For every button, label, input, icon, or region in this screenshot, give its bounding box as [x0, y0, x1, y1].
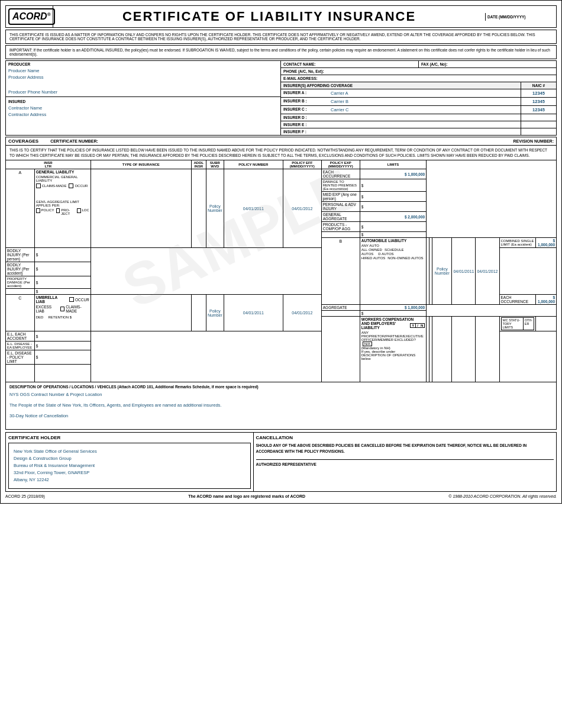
auto-limit-1-label: COMBINED SINGLE LIMIT (Ea accident) [499, 238, 536, 248]
wc-limit-1-value [536, 317, 557, 331]
gl-limit-2-value: $ [360, 179, 426, 192]
insurer-f-naic [521, 128, 556, 135]
any-prop-label: ANY PROPRIETOR/PARTNER/EXECUTIVE [361, 331, 425, 338]
cert-number-label: CERTIFICATE NUMBER: [50, 139, 513, 143]
insurer-coverage-label: INSURER(S) AFFORDING COVERAGE [281, 82, 521, 89]
gl-exp: 04/01/2012 [283, 169, 321, 248]
acord-logo: ACORD® [8, 8, 55, 25]
gl-limit-6-label: PRODUCTS - COMP/OP AGG [321, 222, 360, 232]
footer-right: © 1988-2010 ACORD CORPORATION. All right… [448, 494, 557, 498]
wc-statutory-row: WC STATU-TORY LIMITS OTH-ER [501, 317, 535, 330]
policy-label: POLICY [41, 208, 54, 215]
umbrella-limit-1-value: $ 1,000,000 [536, 295, 557, 305]
claims-occur-row: CLAIMS-MADE OCCUR [36, 183, 89, 188]
any-auto-label: ANY AUTO [361, 244, 425, 247]
wc-placeholder2 [34, 365, 91, 382]
bottom-grid: CERTIFICATE HOLDER New York State Office… [5, 432, 557, 492]
gl-limit-4-label: PERSONAL & ADV INJURY [321, 202, 360, 212]
email-row: E-MAIL ADDRESS: [281, 75, 556, 82]
title-cell: CERTIFICATE OF LIABILITY INSURANCE [53, 7, 485, 27]
umbrella-occur-box [69, 297, 74, 302]
gl-policy-number: Policy Number [206, 169, 224, 248]
coverages-title: COVERAGES [8, 138, 38, 144]
occur-box [69, 183, 73, 188]
coverage-table-wrapper: SAMPLE INSRLTR TYPE OF INSURANCE ADDLINS… [5, 160, 557, 382]
disclaimer2: IMPORTANT: If the certificate holder is … [5, 45, 557, 59]
insurer-row-c: INSURER C : Carrier C 12345 [281, 106, 556, 114]
insurer-row-f: INSURER F : [281, 128, 556, 135]
ops-text-1: NYS OGS Contract Number & Project Locati… [9, 391, 553, 398]
gl-eff: 04/01/2011 [224, 169, 283, 248]
wc-employers-row: AND EMPLOYERS' LIABILITY Y / N [361, 321, 425, 330]
proj-label: PRO-JECT [61, 208, 75, 215]
insurer-d-label: INSURER D : [281, 114, 328, 121]
producer-label: PRODUCER [6, 61, 280, 67]
d-autos-label: D AUTOS [378, 252, 393, 256]
gl-limit-3-value: $ [360, 192, 426, 202]
insured-label: INSURED [6, 98, 280, 105]
insurer-e-name [328, 121, 521, 128]
na-label: N/A [363, 342, 372, 346]
umbrella-row: UMBRELLA LIAB OCCUR [36, 295, 89, 304]
th-addl: ADDLINSR [191, 160, 206, 169]
yn-sep: / [415, 324, 419, 327]
wc-label: WORKERS COMPENSATION [361, 317, 425, 321]
umbrella-addl [91, 295, 191, 331]
contact-row: CONTACT NAME: FAX (A/C, No): [281, 61, 556, 68]
address-line3: Bureau of Risk & Insurance Management [14, 462, 246, 469]
wc-limit-3-label: E.L. DISEASE - EA EMPLOYEE [6, 342, 35, 350]
auto-policy-number: Policy Number [432, 238, 452, 305]
th-type: TYPE OF INSURANCE [91, 160, 191, 169]
cancellation-text: SHOULD ANY OF THE ABOVE DESCRIBED POLICI… [256, 443, 554, 455]
disclaimer2-text: IMPORTANT: If the certificate holder is … [9, 48, 550, 56]
address-line4: 32nd Floor, Corning Tower, GNARESP [14, 469, 246, 476]
auth-rep-label: AUTHORIZED REPRESENTATIVE [256, 459, 554, 466]
address-line1: New York State Office of General Service… [14, 448, 246, 455]
umbrella-eff: 04/01/2011 [224, 295, 283, 331]
contractor-name: Contractor Name [6, 105, 280, 111]
auto-limit-1-value: $ 1,000,000 [536, 238, 557, 248]
th-exp: POLICY EXP(MM/DD/YYYY) [321, 160, 360, 169]
proj-box [56, 208, 60, 213]
insurer-e-naic [521, 121, 556, 128]
insr-ltr-d [321, 317, 360, 382]
operations-label: DESCRIPTION OF OPERATIONS / LOCATIONS / … [9, 385, 553, 389]
producer-phone: Producer Phone Number [6, 89, 280, 95]
ops-text-3: 30-Day Notice of Cancellation [9, 413, 553, 420]
wc-limit-4-value: $ [34, 350, 91, 365]
auto-limit-5-value: $ [34, 289, 91, 295]
insurer-b-name: Carrier B [328, 98, 521, 105]
insurer-d-name [328, 114, 521, 121]
fax-label: FAX (A/C, No): [421, 62, 447, 66]
all-owned-row: ALL OWNED SCHEDULE [361, 248, 425, 252]
coverage-table: INSRLTR TYPE OF INSURANCE ADDLINSR SUBRW… [5, 160, 557, 382]
umbrella-occur-label: OCCUR [75, 298, 89, 302]
gen-agg-label: GEN'L AGGREGATE LIMIT APPLIES PER: [36, 200, 89, 207]
umbrella-limit-3-value: $ [360, 311, 426, 317]
gl-type-cell: GENERAL LIABILITY COMMERCIAL GENERAL LIA… [34, 169, 91, 248]
desc-ops-label: DESCRIPTION OF OPERATIONS below [361, 353, 425, 360]
insurer-e-label: INSURER E : [281, 121, 328, 128]
hired-autos-row: HIRED AUTOS NON-OWNED AUTOS [361, 256, 425, 260]
ded-label: DED [36, 315, 44, 319]
logo-cell: ACORD® [6, 6, 53, 27]
auto-limit-4-label: PROPERTY DAMAGE (Per accident) [6, 276, 35, 289]
loc-label: LOC [82, 208, 89, 215]
insr-ltr-b: B [321, 238, 360, 305]
wc-eff [452, 317, 476, 382]
wc-exp [476, 317, 499, 382]
occur-label: OCCUR [75, 184, 88, 188]
address-line5: Albany, NY 12242 [14, 476, 246, 484]
umbrella-exp: 04/01/2012 [283, 295, 321, 331]
header: ACORD® CERTIFICATE OF LIABILITY INSURANC… [5, 5, 557, 28]
footer-left: ACORD 25 (2018/09) [5, 494, 45, 498]
excess-claims-box [60, 307, 64, 311]
gl-limit-4-value: $ [360, 202, 426, 212]
wc-type-cell: WORKERS COMPENSATION AND EMPLOYERS' LIAB… [360, 317, 426, 382]
autos-label: AUTOS [361, 252, 374, 256]
y-label: Y [411, 324, 415, 327]
cert-holder-address: New York State Office of General Service… [11, 446, 248, 486]
excess-claims-label: CLAIMS-MADE [66, 305, 89, 313]
wc-limit-3-value: $ [34, 342, 91, 350]
insurer-a-label: INSURER A : [281, 89, 328, 97]
